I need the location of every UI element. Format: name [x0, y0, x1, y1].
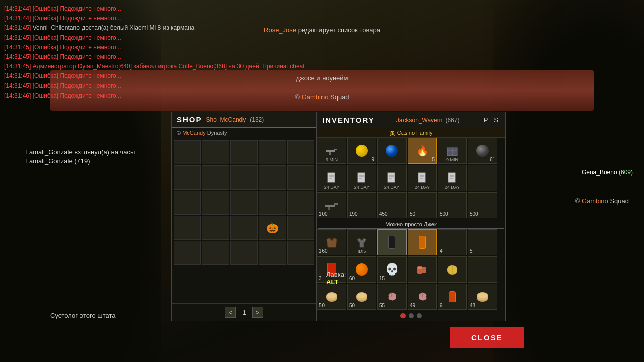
shop-cell[interactable]	[287, 165, 314, 190]
shop-cell[interactable]	[287, 216, 314, 240]
svg-point-43	[478, 293, 487, 298]
shop-cell-pumpkin[interactable]: 🎃	[259, 216, 286, 240]
cell-count: 190	[349, 211, 374, 217]
inv-dot-3[interactable]	[417, 313, 422, 318]
cell-time: 9 MIN	[446, 157, 458, 162]
shop-player-name: Sho_McCandy	[206, 116, 246, 123]
bg-silhouette-right	[493, 0, 644, 362]
cell-count: 450	[379, 211, 405, 217]
shop-cell[interactable]	[259, 165, 286, 190]
shop-cell[interactable]	[230, 241, 258, 265]
shop-cell[interactable]	[230, 191, 258, 215]
inventory-row-2: 24 DAY 24 DAY 24 DAY	[317, 165, 505, 191]
inv-dot-2[interactable]	[409, 313, 414, 318]
shop-cell[interactable]	[174, 216, 201, 240]
doc-icon	[445, 171, 459, 185]
svg-point-40	[357, 293, 366, 298]
inv-cell-stone[interactable]: 61	[468, 138, 497, 164]
main-ui: SHOP Sho_McCandy (132) © McCandy Dynasty	[171, 112, 506, 321]
inv-cell-tshirt[interactable]: ID:5	[347, 229, 376, 255]
inv-cell-ammo450[interactable]: 450	[377, 192, 407, 218]
shop-cell[interactable]	[230, 165, 258, 190]
inv-cell-small5[interactable]: 5	[468, 229, 497, 255]
shop-cell[interactable]	[202, 241, 229, 265]
shop-next-button[interactable]: >	[252, 307, 263, 318]
inv-cell-doc5[interactable]: 24 DAY	[438, 165, 467, 191]
shop-prev-button[interactable]: <	[225, 307, 236, 318]
inv-cell-coin[interactable]: 9	[347, 138, 376, 164]
cell-count: 15	[379, 276, 405, 281]
inv-cell-ammo190[interactable]: 190	[347, 192, 376, 218]
inv-dot-1[interactable]	[400, 313, 406, 318]
svg-rect-0	[326, 150, 335, 152]
inv-cell-orange[interactable]: 60	[347, 256, 376, 283]
shop-cell[interactable]	[202, 216, 229, 240]
inv-cell-box[interactable]: 9 MIN	[438, 138, 467, 164]
inv-cell-doc4[interactable]: 24 DAY	[408, 165, 437, 191]
inv-cell-meat[interactable]	[408, 256, 437, 283]
shop-cell[interactable]	[259, 241, 286, 265]
shop-cell[interactable]	[230, 140, 258, 164]
inv-cell-empty[interactable]	[468, 165, 497, 191]
shop-cell[interactable]	[202, 140, 229, 164]
bg-silhouette-left	[0, 0, 161, 362]
orange-icon	[356, 263, 368, 276]
shop-cell[interactable]	[202, 191, 229, 215]
svg-rect-14	[388, 173, 395, 182]
inv-cell-empty6[interactable]	[468, 256, 497, 283]
svg-rect-31	[418, 267, 422, 269]
inv-cell-phone-dark[interactable]	[377, 229, 407, 255]
cell-count: 50	[349, 303, 374, 308]
inv-cell-phone-orange[interactable]	[408, 229, 437, 255]
shop-cell[interactable]	[174, 165, 201, 190]
inv-cell-sphere[interactable]	[377, 138, 407, 164]
inv-cell-bread3[interactable]: 48	[468, 284, 497, 310]
shop-cell[interactable]	[287, 241, 314, 265]
inv-cell-ammo500a[interactable]: 500	[438, 192, 467, 218]
phone-dark-icon	[388, 236, 395, 249]
inv-cell-weapon[interactable]: 100	[317, 192, 346, 218]
inv-cell-ammo500b[interactable]: 500	[468, 192, 497, 218]
inventory-title: INVENTORY	[322, 116, 375, 124]
inv-cell-sauce[interactable]: 9	[438, 284, 467, 310]
shop-cell[interactable]	[259, 140, 286, 164]
inv-cell-fire[interactable]: 🔥 5	[408, 138, 437, 164]
shop-cell[interactable]	[174, 140, 201, 164]
inv-cell-bread2[interactable]: 50	[347, 284, 376, 310]
inv-cell-brain2[interactable]: 49	[408, 284, 437, 310]
inv-cell-small4[interactable]: 4	[438, 229, 467, 255]
shop-cell[interactable]	[174, 191, 201, 215]
inventory-p-button[interactable]: P	[481, 115, 490, 125]
shop-cell[interactable]	[230, 216, 258, 240]
inv-cell-ammo50[interactable]: 50	[408, 192, 437, 218]
shop-cell[interactable]	[174, 241, 201, 265]
shop-cell[interactable]	[202, 165, 229, 190]
shop-cell[interactable]	[287, 191, 314, 215]
nuts-icon	[445, 262, 459, 277]
cell-count: 50	[410, 211, 435, 217]
inv-cell-brain1[interactable]: 55	[377, 284, 407, 310]
inv-cell-doc2[interactable]: 24 DAY	[347, 165, 376, 191]
meat-icon	[415, 262, 429, 277]
inv-cell-red-can[interactable]: 3	[317, 256, 346, 283]
cell-count: 4	[440, 248, 465, 254]
bread2-icon	[355, 290, 369, 304]
shop-cell[interactable]	[287, 140, 314, 164]
svg-rect-2	[329, 152, 331, 155]
inv-cell-skull[interactable]: 💀 15	[377, 256, 407, 283]
inv-cell-jacket[interactable]: 160	[317, 229, 346, 255]
shop-cell[interactable]	[259, 191, 286, 215]
sphere-icon	[386, 145, 398, 157]
close-button[interactable]: CLOSE	[450, 327, 524, 348]
shop-dynasty: © McCandy Dynasty	[172, 128, 316, 138]
inventory-s-button[interactable]: S	[492, 115, 500, 125]
box-icon	[445, 144, 459, 158]
inv-cell-doc1[interactable]: 24 DAY	[317, 165, 346, 191]
tshirt-icon	[355, 235, 369, 249]
inv-cell-nuts[interactable]	[438, 256, 467, 283]
inv-cell-bread1[interactable]: 50	[317, 284, 346, 310]
svg-rect-28	[328, 207, 330, 210]
inv-cell-gun[interactable]: 9 MIN	[317, 138, 346, 164]
inv-cell-doc3[interactable]: 24 DAY	[377, 165, 407, 191]
fire-icon: 🔥	[416, 145, 429, 157]
